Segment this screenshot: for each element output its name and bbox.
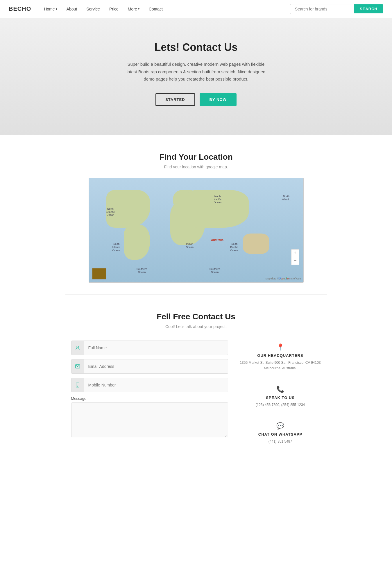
fullname-field	[71, 341, 228, 355]
continent-australia	[243, 234, 269, 254]
contact-form-column: Message	[71, 341, 228, 448]
mobile-input[interactable]	[84, 379, 228, 391]
location-title: Find Your Location	[6, 152, 386, 162]
hq-address-line2: Melbourne, Australia.	[240, 366, 321, 371]
search-input[interactable]	[290, 4, 354, 14]
map-label-n-pacific: NorthPacificOcean	[209, 195, 226, 204]
hq-heading: OUR HEADQUARTERS	[240, 353, 321, 358]
message-textarea[interactable]	[71, 402, 228, 437]
mobile-field	[71, 378, 228, 392]
email-icon	[71, 359, 84, 373]
svg-point-0	[77, 346, 78, 348]
location-section: Find Your Location Find your location wi…	[0, 135, 392, 294]
contact-info-column: 📍 OUR HEADQUARTERS 1355 Market St, Suite…	[240, 341, 321, 448]
map-zoom-out[interactable]: −	[291, 257, 299, 265]
pin-icon: 📍	[240, 343, 321, 351]
nav-price[interactable]: Price	[105, 4, 123, 14]
contact-title: Fell Free Contact Us	[6, 312, 386, 321]
hero-buttons: STARTED BY NOW	[6, 93, 386, 106]
home-dropdown-arrow: ▾	[56, 7, 57, 10]
contact-subtitle: Cool! Let's talk about your project.	[6, 324, 386, 329]
map-label-southern-1: SouthernOcean	[132, 268, 152, 274]
map-label-n-atlantic: NorthAtlanticOcean	[102, 207, 119, 217]
hero-section: Lets! Contact Us Super build a beautiful…	[0, 18, 392, 135]
map-label-indian: IndianOcean	[181, 243, 198, 249]
started-button[interactable]: STARTED	[155, 93, 195, 106]
email-field	[71, 359, 228, 374]
map-zoom-in[interactable]: +	[291, 250, 299, 257]
hero-title: Lets! Contact Us	[6, 41, 386, 54]
svg-point-3	[77, 386, 78, 386]
nav-service[interactable]: Service	[82, 4, 104, 14]
phone-icon: 📞	[240, 386, 321, 393]
phone-heading: SPEAK TO US	[240, 395, 321, 400]
map-label-southern-2: SouthernOcean	[205, 268, 225, 274]
map-copyright: Map data ©2020 Terms of Use	[265, 277, 301, 280]
nav-contact[interactable]: Contact	[145, 4, 167, 14]
map-label-s-atlantic: SouthAtlanticOcean	[106, 243, 126, 252]
phone-numbers: (123) 456 7890, (254) 855 1234	[240, 402, 321, 408]
map-label-s-pacific: SouthPacificOcean	[224, 243, 244, 252]
navbar: BECHO Home ▾ About Service Price More ▾ …	[0, 0, 392, 18]
mobile-icon	[71, 378, 84, 392]
more-dropdown-arrow: ▾	[138, 7, 139, 10]
fullname-icon	[71, 341, 84, 355]
nav-more[interactable]: More ▾	[124, 4, 144, 14]
search-area: SEARCH	[290, 4, 383, 14]
map-label-australia: Australia	[211, 238, 223, 242]
whatsapp-number: (441) 351 5487	[240, 439, 321, 444]
continent-south-america	[124, 225, 150, 260]
nav-about[interactable]: About	[62, 4, 81, 14]
whatsapp-block: 💬 CHAT ON WHATSAPP (441) 351 5487	[240, 419, 321, 447]
brand-b: B	[9, 6, 13, 12]
brand-logo[interactable]: BECHO	[9, 6, 31, 12]
nav-home[interactable]: Home ▾	[40, 4, 61, 14]
nav-links: Home ▾ About Service Price More ▾ Contac…	[40, 4, 290, 14]
contact-section: Fell Free Contact Us Cool! Let's talk ab…	[0, 295, 392, 465]
map-label-n-atlantic-2: NorthAtlanti...	[278, 195, 295, 201]
fullname-input[interactable]	[84, 342, 228, 354]
message-label: Message	[71, 396, 228, 401]
equator-line	[89, 228, 303, 228]
hero-description: Super build a beautiful design, creative…	[126, 60, 266, 83]
contact-grid: Message 📍 OUR HEADQUARTERS 1355 Market S…	[71, 341, 321, 448]
whatsapp-icon: 💬	[240, 422, 321, 430]
search-button[interactable]: SEARCH	[354, 4, 383, 13]
bynow-button[interactable]: BY NOW	[200, 93, 237, 106]
map-container[interactable]: NorthAtlanticOcean NorthPacificOcean Nor…	[89, 178, 304, 283]
map-background: NorthAtlanticOcean NorthPacificOcean Nor…	[89, 178, 303, 282]
phone-block: 📞 SPEAK TO US (123) 456 7890, (254) 855 …	[240, 383, 321, 411]
map-thumbnail	[92, 268, 106, 279]
map-zoom-controls: + −	[291, 249, 299, 265]
email-input[interactable]	[84, 361, 228, 372]
hq-address-line1: 1355 Market St, Suite 900 San Francisco,…	[240, 360, 321, 366]
headquarters-block: 📍 OUR HEADQUARTERS 1355 Market St, Suite…	[240, 341, 321, 374]
location-subtitle: Find your location with google map.	[6, 165, 386, 169]
whatsapp-heading: CHAT ON WHATSAPP	[240, 432, 321, 436]
